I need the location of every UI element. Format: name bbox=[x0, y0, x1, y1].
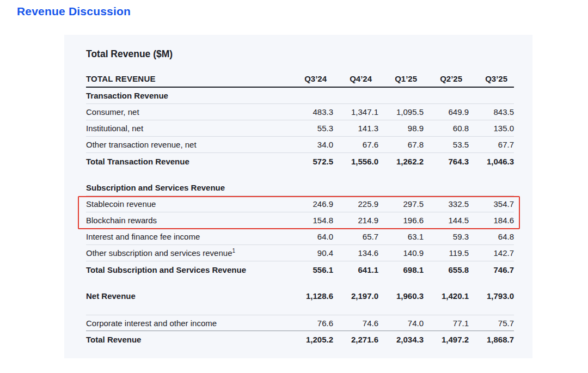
row-total-transaction-revenue: Total Transaction Revenue 572.5 1,556.0 … bbox=[86, 153, 514, 169]
value-cell: 196.6 bbox=[378, 216, 424, 225]
value-cell: 1,497.2 bbox=[424, 335, 469, 344]
row-corporate-interest-other-income: Corporate interest and other income 76.6… bbox=[86, 315, 514, 331]
value-cell: 98.9 bbox=[378, 124, 424, 133]
column-header-q3-24: Q3’24 bbox=[288, 74, 333, 83]
value-cell: 1,046.3 bbox=[469, 157, 514, 166]
section-label: Subscription and Services Revenue bbox=[86, 183, 514, 192]
value-cell: 746.7 bbox=[469, 265, 514, 274]
row-stablecoin-revenue: Stablecoin revenue 246.9 225.9 297.5 332… bbox=[86, 196, 514, 212]
value-cell: 63.1 bbox=[378, 232, 424, 241]
value-cell: 140.9 bbox=[378, 248, 424, 258]
value-cell: 34.0 bbox=[288, 140, 333, 149]
value-cell: 142.7 bbox=[469, 248, 514, 258]
row-total-subscription-services-revenue: Total Subscription and Services Revenue … bbox=[86, 261, 514, 278]
row-label: Other subscription and services revenue1 bbox=[86, 248, 288, 258]
value-cell: 1,420.1 bbox=[424, 291, 469, 301]
row-other-transaction-revenue: Other transaction revenue, net 34.0 67.6… bbox=[86, 137, 514, 153]
row-label: Consumer, net bbox=[86, 107, 288, 117]
value-cell: 354.7 bbox=[469, 199, 514, 209]
value-cell: 556.1 bbox=[288, 265, 333, 274]
row-label: Blockchain rewards bbox=[86, 216, 288, 225]
value-cell: 1,960.3 bbox=[378, 291, 424, 301]
value-cell: 75.7 bbox=[469, 319, 514, 328]
value-cell: 1,128.6 bbox=[288, 291, 333, 301]
value-cell: 64.8 bbox=[469, 232, 514, 241]
header-label: TOTAL REVENUE bbox=[86, 74, 288, 83]
column-header-q2-25: Q2’25 bbox=[424, 74, 469, 83]
value-cell: 1,262.2 bbox=[378, 157, 424, 166]
value-cell: 641.1 bbox=[333, 265, 378, 274]
value-cell: 1,868.7 bbox=[469, 335, 514, 344]
row-label: Net Revenue bbox=[86, 291, 288, 301]
row-label: Institutional, net bbox=[86, 124, 288, 133]
value-cell: 698.1 bbox=[378, 265, 424, 274]
row-label-text: Other subscription and services revenue bbox=[86, 248, 232, 258]
section-spacer bbox=[86, 278, 514, 288]
row-label: Interest and finance fee income bbox=[86, 232, 288, 241]
value-cell: 246.9 bbox=[288, 199, 333, 209]
row-label: Corporate interest and other income bbox=[86, 319, 288, 328]
value-cell: 764.3 bbox=[424, 157, 469, 166]
row-blockchain-rewards: Blockchain rewards 154.8 214.9 196.6 144… bbox=[86, 212, 514, 229]
value-cell: 65.7 bbox=[333, 232, 378, 241]
table-header-row: TOTAL REVENUE Q3’24 Q4’24 Q1’25 Q2’25 Q3… bbox=[86, 71, 514, 88]
value-cell: 655.8 bbox=[424, 265, 469, 274]
row-total-revenue: Total Revenue 1,205.2 2,271.6 2,034.3 1,… bbox=[86, 331, 514, 347]
value-cell: 2,271.6 bbox=[333, 335, 378, 344]
row-other-subscription-services-revenue: Other subscription and services revenue1… bbox=[86, 245, 514, 261]
value-cell: 90.4 bbox=[288, 248, 333, 258]
column-header-q3-25: Q3’25 bbox=[469, 74, 514, 83]
value-cell: 67.6 bbox=[333, 140, 378, 149]
value-cell: 332.5 bbox=[424, 199, 469, 209]
section-transaction-revenue: Transaction Revenue bbox=[86, 88, 514, 104]
value-cell: 134.6 bbox=[333, 248, 378, 258]
value-cell: 297.5 bbox=[378, 199, 424, 209]
value-cell: 649.9 bbox=[424, 107, 469, 117]
value-cell: 1,793.0 bbox=[469, 291, 514, 301]
revenue-table-card: Total Revenue ($M) TOTAL REVENUE Q3’24 Q… bbox=[64, 35, 532, 358]
section-spacer bbox=[86, 304, 514, 315]
column-header-q1-25: Q1’25 bbox=[378, 74, 424, 83]
value-cell: 135.0 bbox=[469, 124, 514, 133]
value-cell: 77.1 bbox=[424, 319, 469, 328]
row-net-revenue: Net Revenue 1,128.6 2,197.0 1,960.3 1,42… bbox=[86, 288, 514, 304]
value-cell: 55.3 bbox=[288, 124, 333, 133]
value-cell: 60.8 bbox=[424, 124, 469, 133]
footnote-marker: 1 bbox=[232, 248, 235, 254]
row-label: Total Subscription and Services Revenue bbox=[86, 265, 288, 274]
row-consumer-net: Consumer, net 483.3 1,347.1 1,095.5 649.… bbox=[86, 104, 514, 120]
value-cell: 2,197.0 bbox=[333, 291, 378, 301]
value-cell: 843.5 bbox=[469, 107, 514, 117]
section-label: Transaction Revenue bbox=[86, 91, 514, 100]
value-cell: 184.6 bbox=[469, 216, 514, 225]
row-label: Stablecoin revenue bbox=[86, 199, 288, 209]
value-cell: 572.5 bbox=[288, 157, 333, 166]
revenue-table: Total Revenue ($M) TOTAL REVENUE Q3’24 Q… bbox=[86, 47, 514, 347]
value-cell: 67.8 bbox=[378, 140, 424, 149]
value-cell: 64.0 bbox=[288, 232, 333, 241]
value-cell: 2,034.3 bbox=[378, 335, 424, 344]
row-label: Other transaction revenue, net bbox=[86, 140, 288, 149]
value-cell: 76.6 bbox=[288, 319, 333, 328]
page-title: Revenue Discussion bbox=[17, 5, 131, 18]
row-label: Total Transaction Revenue bbox=[86, 157, 288, 166]
value-cell: 119.5 bbox=[424, 248, 469, 258]
value-cell: 1,347.1 bbox=[333, 107, 378, 117]
row-label: Total Revenue bbox=[86, 335, 288, 344]
value-cell: 1,205.2 bbox=[288, 335, 333, 344]
value-cell: 144.5 bbox=[424, 216, 469, 225]
column-header-q4-24: Q4’24 bbox=[333, 74, 378, 83]
value-cell: 1,095.5 bbox=[378, 107, 424, 117]
value-cell: 141.3 bbox=[333, 124, 378, 133]
value-cell: 214.9 bbox=[333, 216, 378, 225]
row-interest-finance-fee-income: Interest and finance fee income 64.0 65.… bbox=[86, 229, 514, 245]
value-cell: 74.0 bbox=[378, 319, 424, 328]
value-cell: 154.8 bbox=[288, 216, 333, 225]
section-spacer bbox=[86, 169, 514, 180]
value-cell: 59.3 bbox=[424, 232, 469, 241]
value-cell: 53.5 bbox=[424, 140, 469, 149]
value-cell: 74.6 bbox=[333, 319, 378, 328]
value-cell: 483.3 bbox=[288, 107, 333, 117]
section-subscription-services-revenue: Subscription and Services Revenue bbox=[86, 180, 514, 196]
value-cell: 67.7 bbox=[469, 140, 514, 149]
